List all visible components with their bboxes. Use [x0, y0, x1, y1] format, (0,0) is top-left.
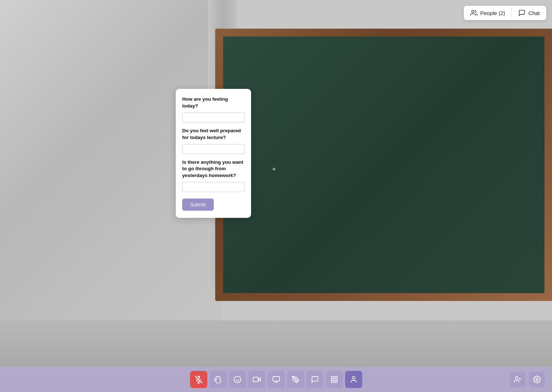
svg-rect-8: [253, 377, 258, 382]
people-button[interactable]: People (2): [464, 6, 511, 20]
svg-point-4: [234, 376, 240, 383]
emoji-button[interactable]: [229, 371, 246, 388]
survey-question-1: How are you feeling today?: [182, 96, 245, 110]
avatar-button[interactable]: [345, 371, 362, 388]
bottom-toolbar: [0, 367, 552, 392]
settings-button[interactable]: [529, 372, 545, 387]
survey-question-3: Is there anything you want to go through…: [182, 159, 245, 180]
chalk-dot: [273, 168, 275, 171]
screen-share-button[interactable]: [268, 371, 285, 388]
chat-toolbar-button[interactable]: Chat: [512, 6, 546, 20]
top-toolbar: People (2) Chat: [464, 6, 546, 20]
hand-raise-button[interactable]: [209, 371, 227, 388]
survey-card: How are you feeling today? Do you feel w…: [176, 89, 251, 218]
chat-label: Chat: [528, 10, 540, 16]
draw-button[interactable]: [287, 371, 304, 388]
svg-rect-14: [335, 377, 337, 379]
add-person-button[interactable]: [510, 372, 525, 387]
svg-rect-16: [331, 380, 333, 382]
people-icon: [470, 9, 477, 16]
chat-bubble-button[interactable]: [306, 371, 324, 388]
svg-point-21: [536, 378, 538, 381]
survey-input-3[interactable]: [182, 182, 245, 192]
submit-button[interactable]: Submit: [182, 199, 214, 211]
chalkboard-surface: [223, 37, 544, 293]
people-label: People (2): [480, 10, 505, 16]
svg-marker-7: [258, 378, 260, 381]
svg-rect-13: [331, 377, 333, 379]
bottom-toolbar-right: [510, 372, 545, 387]
svg-point-12: [294, 378, 296, 380]
mute-button[interactable]: [190, 371, 207, 388]
svg-rect-15: [335, 380, 337, 382]
survey-input-1[interactable]: [182, 113, 245, 123]
chalkboard-frame: [215, 29, 552, 301]
bottom-toolbar-center: [190, 371, 362, 388]
svg-point-0: [472, 10, 474, 13]
svg-rect-9: [273, 377, 279, 381]
survey-input-2[interactable]: [182, 144, 245, 154]
grid-button[interactable]: [326, 371, 343, 388]
scene-background: [0, 0, 552, 392]
chat-icon: [518, 9, 525, 16]
svg-point-17: [352, 377, 355, 379]
svg-point-18: [515, 377, 518, 379]
survey-question-2: Do you feel well prepared for todays lec…: [182, 128, 245, 141]
camera-button[interactable]: [248, 371, 265, 388]
